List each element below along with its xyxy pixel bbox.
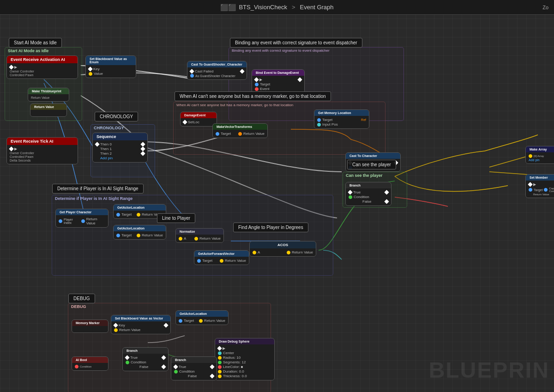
node-make-vector-transforms[interactable]: MakeVectorTransforms TargetReturn Value [212,123,268,138]
node-normalize[interactable]: Normalize AReturn Value [175,228,224,243]
tooltip-sight: Determine if Player is In AI Sight Range [52,184,144,193]
tooltip-binding-text: Binding any event with correct signature… [235,40,357,45]
node-branch-debug2[interactable]: Branch True Condition False [171,356,217,380]
node-acos[interactable]: ACOS AReturn Value [249,241,316,257]
node-make-thisblueprint[interactable]: Make Thisblueprint Return Value [28,88,69,102]
node-ai-bool[interactable]: AI Bool Condition [72,356,108,371]
canvas[interactable]: Start AI Mode as Idle CHRONOLOGY Binding… [0,15,554,392]
tooltip-debug: DEBUG [68,294,95,303]
node-get-memory-location[interactable]: Get Memory Location TargetRef Input Pos [314,109,369,129]
tooltip-debug-text: DEBUG [73,296,90,301]
node-make-bb-enum[interactable]: Set Blackboard Value as Enum Key Value [85,55,136,78]
node-branch-debug[interactable]: Branch True Condition False [122,347,169,371]
node-event-receive-tick[interactable]: Event Receive Tick AI ▶ Owner Controller… [6,137,78,164]
tooltip-chronology-text: CHRONOLOGY [100,114,133,119]
node-get-actor-loc-2[interactable]: GetActorLocation TargetReturn Value [113,225,166,240]
tooltip-binding: Binding any event with correct signature… [230,38,362,48]
tooltip-memory: When AI can't see anyone but has a memor… [175,91,331,101]
node-damage-event[interactable]: DamageEvent SetLoc [180,112,217,127]
top-bar: ⬛⬛ BTS_VisionCheck > Event Graph Zo [0,0,554,15]
watermark: BLUEPRIN [429,357,549,383]
tooltip-find-angle: Find Angle to Player in Degrees [233,223,308,232]
node-draw-debug-sphere[interactable]: Draw Debug Sphere ▶ Center Radius: 10 Se… [215,338,275,380]
breadcrumb-sep: > [292,4,295,11]
section-binding-label: Binding any event with correct signature… [229,48,403,54]
node-get-player-char[interactable]: Get Player Character Player IndexReturn … [55,209,108,228]
tooltip-start-ai: Start AI Mode as Idle [9,38,62,48]
zoom-label: Zo [542,5,548,10]
tooltip-memory-text: When AI can't see anyone but has a memor… [180,94,326,99]
node-set-bb-vector[interactable]: Set Blackboard Value as Vector Key Retur… [111,315,171,334]
tooltip-line-player-text: Line to Player [162,216,190,221]
tooltip-line-player: Line to Player [157,213,195,223]
section-sight-label: Determine if Player is In AI Sight Range [52,195,333,202]
tooltip-start-ai-text: Start AI Mode as Idle [14,40,57,45]
node-return-value[interactable]: Return Value [30,103,67,117]
section-can-see-label: Can see the player [343,172,407,179]
top-bar-title: ⬛⬛ BTS_VisionCheck > Event Graph [220,4,333,11]
project-name: BTS_VisionCheck [239,4,287,11]
tooltip-chronology: CHRONOLOGY [95,112,138,121]
node-event-receive-activation[interactable]: Event Receive Activation AI ▶ Owner Cont… [6,55,78,79]
node-set-member[interactable]: Set Member ▶ TargetCapsule Component Ret… [525,174,554,198]
section-chronology-label: CHRONOLOGY [91,125,155,131]
section-start-ai-label: Start AI Mode as Idle [5,48,82,54]
node-get-actor-loc-debug[interactable]: GetActorLocation TargetReturn Value [175,310,229,325]
node-get-forward-vec[interactable]: GetActorForwardVector TargetReturn Value [194,250,249,265]
tooltip-find-angle-text: Find Angle to Player in Degrees [238,225,303,230]
node-make-array[interactable]: Make Array [0] Array Add pin [525,146,554,164]
section-debug-label: DEBUG [68,303,271,310]
tooltip-can-see-text: Can see the player [352,162,391,167]
node-bind-event-damage[interactable]: Bind Event to DamageEvent ▶ Target Event [252,69,305,93]
node-sequence-chronology[interactable]: Sequence Then 0 Then 1 Then 2 Add pin [92,133,148,163]
node-memory-marker[interactable]: Memory Marker [72,320,108,333]
section-memory-label: When AI can't see anyone but has a memor… [174,102,385,108]
node-cast-guardshooter[interactable]: Cast To GuardShooter_Character Cast Fail… [187,61,247,80]
tooltip-can-see: Can see the player [347,160,396,169]
tooltip-sight-text: Determine if Player is In AI Sight Range [57,186,138,191]
bp-icon: ⬛⬛ [220,4,236,11]
graph-name: Event Graph [300,4,334,11]
node-branch-can-see[interactable]: Branch True Condition False [345,182,391,206]
